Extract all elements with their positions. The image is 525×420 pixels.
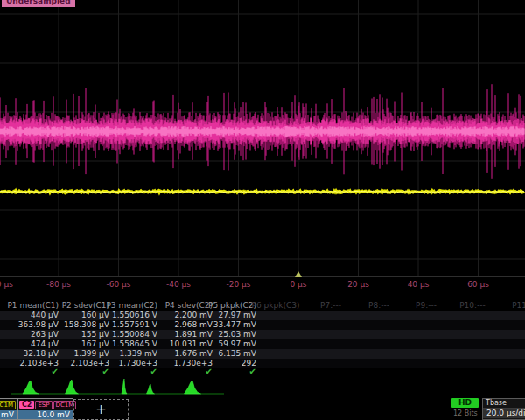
time-axis-label: -80 µs bbox=[46, 280, 71, 290]
parameter-header-disabled[interactable]: P11:--- bbox=[512, 301, 525, 311]
hd-bits-label: 12 Bits bbox=[453, 410, 478, 417]
measurement-histicons[interactable] bbox=[7, 376, 261, 396]
c1-volts-per-div: 10.0 mV bbox=[0, 410, 17, 419]
parameter-header-disabled[interactable]: P9:--- bbox=[416, 301, 437, 311]
trigger-time-marker bbox=[295, 271, 302, 277]
histicon-histogram[interactable] bbox=[66, 380, 79, 394]
parameter-value: 25.03 mV bbox=[151, 330, 256, 340]
parameter-value: 6.135 mV bbox=[151, 349, 256, 359]
timebase-title: Tbase bbox=[483, 399, 525, 409]
time-axis-label: -100 µs bbox=[0, 280, 13, 290]
parameter-value: 27.97 mV bbox=[151, 311, 256, 320]
histicon-histogram[interactable] bbox=[185, 381, 201, 394]
parameter-header[interactable]: P5 pkpk(C2) bbox=[151, 301, 256, 311]
time-axis-label: -60 µs bbox=[107, 280, 131, 290]
parameter-header-disabled[interactable]: P6 pkpk(C3) bbox=[252, 301, 300, 311]
plus-icon: + bbox=[95, 402, 107, 417]
parameter-header-disabled[interactable]: P10:--- bbox=[459, 301, 486, 311]
c2-trace-descriptor[interactable]: C2 ESP DC1M 10.0 mV bbox=[18, 398, 74, 420]
time-axis-label: -20 µs bbox=[227, 280, 251, 290]
hd-mode-badge[interactable]: HD bbox=[452, 398, 479, 408]
parameter-value: 33.477 mV bbox=[151, 320, 256, 330]
parameter-status-check-icon: ✔ bbox=[151, 368, 256, 376]
oscilloscope-screen: Undersampled -100 µs-80 µs-60 µs-40 µs-2… bbox=[0, 0, 525, 420]
time-axis-label: 20 µs bbox=[347, 280, 369, 290]
c2-esp-badge: ESP bbox=[35, 401, 52, 410]
time-axis-label: 0 µs bbox=[290, 280, 306, 290]
parameter-value: 59.97 mV bbox=[151, 340, 256, 349]
time-axis-label: 40 µs bbox=[408, 280, 430, 290]
histicon-histogram[interactable] bbox=[23, 381, 38, 394]
timebase-descriptor[interactable]: Tbase 20.0 µs/div bbox=[482, 398, 525, 420]
waveform-grid bbox=[0, 0, 525, 278]
c1-trace-descriptor[interactable]: C1 DC1M 10.0 mV bbox=[0, 398, 18, 420]
time-axis-label: 60 µs bbox=[467, 280, 489, 290]
c2-volts-per-div: 10.0 mV bbox=[18, 410, 73, 419]
add-trace-button[interactable]: + bbox=[74, 399, 129, 420]
c2-channel-badge: C2 bbox=[19, 401, 34, 409]
parameter-header-disabled[interactable]: P8:--- bbox=[368, 301, 389, 311]
timebase-value: 20.0 µs/div bbox=[483, 409, 525, 418]
histicon-histogram[interactable] bbox=[122, 379, 127, 394]
time-axis-label: -40 µs bbox=[166, 280, 191, 290]
undersampled-badge: Undersampled bbox=[2, 0, 75, 7]
parameter-header-disabled[interactable]: P7:--- bbox=[320, 301, 341, 311]
c1-coupling-badge: DC1M bbox=[0, 401, 16, 410]
histicon-histogram[interactable] bbox=[147, 384, 155, 394]
